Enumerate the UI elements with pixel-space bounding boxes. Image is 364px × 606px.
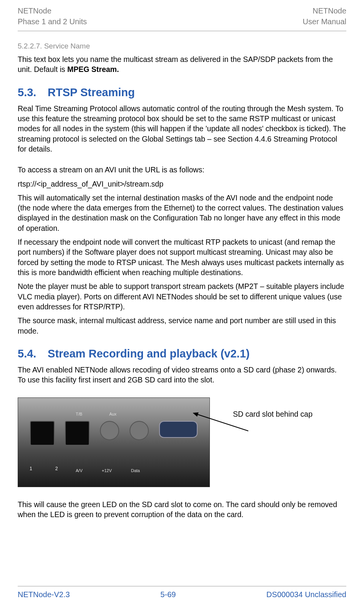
- footer-version: NETNode-V2.3: [18, 590, 70, 599]
- callout-label: SD card slot behind cap: [233, 409, 312, 419]
- heading-rtsp: 5.3. RTSP Streaming: [18, 86, 346, 99]
- page-footer: NETNode-V2.3 5-69 DS000034 Unclassified: [18, 586, 346, 599]
- rtsp-p4: This will automatically set the internal…: [18, 193, 346, 233]
- rtsp-p1: Real Time Streaming Protocol allows auto…: [18, 104, 346, 154]
- heading-title: Stream Recording and playback (v2.1): [48, 347, 249, 360]
- port-labels-top: T/B Aux: [76, 412, 198, 416]
- heading-title: RTSP Streaming: [48, 86, 135, 98]
- vga-port: [159, 421, 198, 438]
- tb-port: [100, 421, 119, 440]
- header-subtitle: Phase 1 and 2 Units: [18, 17, 87, 26]
- header-doc-type: User Manual: [303, 17, 346, 26]
- service-name-body: This text box lets you name the multicas…: [18, 54, 346, 75]
- aux-port: [130, 421, 149, 440]
- page-header: NETNode Phase 1 and 2 Units NETNode User…: [18, 5, 346, 31]
- ethernet-port-2: [65, 421, 90, 446]
- rtsp-url: rtsp://<ip_address_of_AVI_unit>/stream.s…: [18, 179, 346, 189]
- default-value: MPEG Stream.: [67, 65, 119, 73]
- header-product-r: NETNode: [312, 7, 346, 15]
- recording-p2: This will cause the green LED on the SD …: [18, 499, 346, 520]
- heading-number: 5.2.2.7.: [18, 42, 42, 50]
- footer-doc-id: DS000034 Unclassified: [266, 590, 346, 599]
- heading-stream-recording: 5.4. Stream Recording and playback (v2.1…: [18, 347, 346, 360]
- heading-title: Service Name: [44, 42, 90, 50]
- header-left: NETNode Phase 1 and 2 Units: [18, 5, 87, 27]
- heading-number: 5.3.: [18, 86, 45, 99]
- ethernet-port-1: [30, 421, 55, 446]
- recording-p1: The AVI enabled NETNode allows recoding …: [18, 365, 346, 385]
- callout-block: SD card slot behind cap: [233, 409, 312, 431]
- heading-number: 5.4.: [18, 347, 45, 360]
- heading-service-name: 5.2.2.7. Service Name: [18, 42, 346, 50]
- device-photo: T/B Aux 1 2 A/V +12V Data: [18, 397, 210, 487]
- rtsp-p7: The source mask, internal multicast addr…: [18, 316, 346, 336]
- header-product: NETNode: [18, 7, 52, 15]
- rtsp-p2: To access a stream on an AVI unit the UR…: [18, 165, 346, 175]
- header-right: NETNode User Manual: [303, 5, 346, 27]
- port-row: [18, 421, 209, 446]
- footer-page-number: 5-69: [160, 590, 176, 599]
- rtsp-p5: If necessary the endpoint node will conv…: [18, 237, 346, 277]
- port-labels-bottom: A/V +12V Data: [76, 468, 198, 473]
- figure-block: T/B Aux 1 2 A/V +12V Data SD card slot b…: [18, 397, 346, 487]
- rtsp-p6: Note the player must be able to support …: [18, 281, 346, 312]
- port-numbers: 1 2: [30, 466, 58, 471]
